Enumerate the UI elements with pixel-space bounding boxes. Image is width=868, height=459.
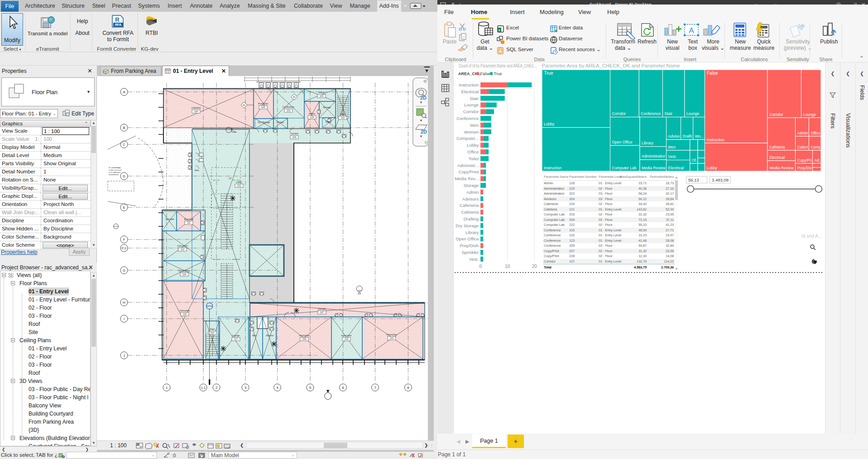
svg-text:20: 20 <box>532 264 537 269</box>
svg-text:10: 10 <box>505 264 510 269</box>
svg-text:Sprinkler: Sprinkler <box>462 250 479 255</box>
svg-text:Instruction: Instruction <box>544 166 561 170</box>
svg-text:Computer...: Computer... <box>456 136 479 141</box>
svg-text:102: 102 <box>237 184 241 187</box>
svg-text:Conference: Conference <box>641 111 661 116</box>
svg-text:Stair: Stair <box>210 328 215 330</box>
svg-text:Men: Men <box>470 123 479 128</box>
svg-text:Toilet: Toilet <box>469 156 479 161</box>
svg-text:117: 117 <box>234 338 238 340</box>
svg-text:Kitchen: Kitchen <box>277 121 284 124</box>
svg-text:7: 7 <box>374 386 376 390</box>
svg-text:Instruction: Instruction <box>386 333 397 336</box>
svg-text:119: 119 <box>345 338 348 340</box>
svg-text:Corridor: Corridor <box>290 132 298 135</box>
svg-text:R: R <box>115 16 120 23</box>
svg-text:1.1: 1.1 <box>201 386 206 390</box>
svg-text:UP: UP <box>229 177 231 180</box>
svg-text:Lobby: Lobby <box>236 181 242 183</box>
svg-text:Instruction: Instruction <box>707 138 724 142</box>
svg-text:Parameter.Area by AREA_CHECK_O: Parameter.Area by AREA_CHECK_OK and Para… <box>542 63 680 68</box>
svg-text:x: x <box>498 28 500 32</box>
svg-text:Sprinkler: Sprinkler <box>165 218 174 220</box>
svg-text:Instruction: Instruction <box>177 244 187 247</box>
svg-text:Corridor: Corridor <box>318 307 326 310</box>
svg-text:G: G <box>123 268 125 273</box>
svg-text:109: 109 <box>293 136 297 139</box>
svg-text:Lounge: Lounge <box>803 112 816 117</box>
svg-text:Women: Women <box>464 129 479 134</box>
svg-text:A: A <box>123 90 125 94</box>
svg-text:Prep/Dish: Prep/Dish <box>460 243 479 248</box>
svg-text:108: 108 <box>302 338 307 340</box>
svg-text:Lobby: Lobby <box>544 122 555 126</box>
svg-text:infomtdetails: infomtdetails <box>109 173 119 176</box>
svg-text:J: J <box>123 354 125 358</box>
svg-text:Stair: Stair <box>664 111 672 116</box>
svg-text:Media Review: Media Review <box>769 166 794 170</box>
svg-text:Advisors: Advisors <box>462 196 479 201</box>
svg-text:Dry Storage: Dry Storage <box>258 121 270 124</box>
svg-text:Corridor: Corridor <box>612 111 626 116</box>
svg-text:Cafeteria: Cafeteria <box>769 145 785 149</box>
svg-text:Office: Office <box>319 91 325 94</box>
svg-text:103: 103 <box>287 109 291 112</box>
svg-text:Administration: Administration <box>642 154 666 158</box>
svg-text:107: 107 <box>320 311 324 314</box>
svg-text:True: True <box>544 71 554 76</box>
svg-text:F: F <box>123 238 125 242</box>
svg-text:116: 116 <box>182 273 186 276</box>
svg-text:RFA: RFA <box>115 23 121 26</box>
svg-text:126: 126 <box>310 116 314 119</box>
svg-text:Toilet: Toilet <box>325 120 331 123</box>
svg-text:Drafting: Drafting <box>464 216 479 221</box>
svg-text:6: 6 <box>342 386 344 390</box>
svg-text:Instruction: Instruction <box>459 82 479 87</box>
svg-text:Vest.: Vest. <box>194 169 199 172</box>
svg-text:Corridor: Corridor <box>769 112 783 117</box>
svg-text:1: 1 <box>166 386 168 390</box>
svg-text:Instruction: Instruction <box>179 309 190 312</box>
svg-text:112: 112 <box>181 248 184 251</box>
svg-text:Dry Storage: Dry Storage <box>456 223 479 228</box>
svg-text::0: :0 <box>172 453 176 458</box>
svg-text:Electrical: Electrical <box>769 155 785 160</box>
svg-text:Men: Men <box>252 334 257 337</box>
svg-text:Vest.: Vest. <box>668 154 677 159</box>
svg-text:105: 105 <box>261 106 265 109</box>
svg-text:Media Review: Media Review <box>642 166 666 170</box>
svg-text:104: 104 <box>194 110 198 113</box>
svg-text:Conference: Conference <box>283 105 294 108</box>
svg-text:C: C <box>123 143 125 147</box>
svg-text:I: I <box>124 317 125 321</box>
svg-text:Instruction: Instruction <box>299 334 309 337</box>
svg-text:3: 3 <box>245 386 246 390</box>
svg-text:Vest.: Vest. <box>469 257 479 262</box>
svg-text:Library: Library <box>642 141 654 145</box>
svg-text:Office: Office <box>467 149 479 154</box>
svg-text:Media Rev...: Media Rev... <box>455 176 479 181</box>
svg-text:F.1: F.1 <box>122 246 126 250</box>
svg-text:111: 111 <box>187 221 191 224</box>
svg-text:D: D <box>123 174 125 178</box>
svg-text:Wo...: Wo... <box>695 134 704 139</box>
svg-text:A1: A1 <box>293 96 296 98</box>
svg-text:Prep/Dish: Prep/Dish <box>258 102 268 105</box>
svg-text:H: H <box>123 301 125 305</box>
svg-text:Copy/Print: Copy/Print <box>459 169 479 174</box>
svg-text:Admin: Admin <box>466 190 479 195</box>
svg-text:Men: Men <box>668 145 676 149</box>
svg-text:5: 5 <box>309 386 311 390</box>
svg-text:Caferteria: Caferteria <box>460 203 479 208</box>
svg-text:115: 115 <box>183 313 187 316</box>
svg-text:Count of Id by Parameter.Name: Count of Id by Parameter.Name and AREA_C… <box>459 63 537 68</box>
svg-text:Instruction: Instruction <box>341 334 351 337</box>
svg-text:Storage: Storage <box>464 183 479 188</box>
svg-text:Office: Office <box>810 131 820 135</box>
svg-text:Lounge: Lounge <box>686 111 700 116</box>
svg-text:114: 114 <box>211 331 214 334</box>
svg-text:Electrical: Electrical <box>184 218 193 220</box>
svg-text:Corridor: Corridor <box>463 109 479 114</box>
svg-text:False: False <box>707 71 718 76</box>
svg-text:True: True <box>494 72 502 76</box>
